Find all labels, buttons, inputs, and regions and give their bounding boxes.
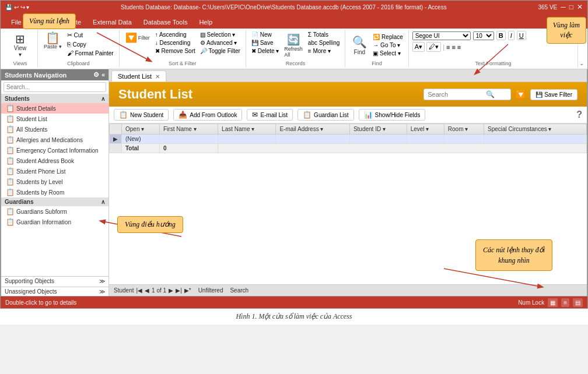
- save-button[interactable]: 💾 Save: [250, 39, 281, 47]
- nav-item-student-list[interactable]: 📋 Student List: [1, 114, 108, 124]
- nav-first-icon[interactable]: |◀: [136, 287, 142, 294]
- replace-button[interactable]: 🔁 Replace: [371, 33, 404, 41]
- cell-special[interactable]: [484, 135, 586, 144]
- underline-button[interactable]: U: [517, 31, 526, 40]
- new-student-button[interactable]: 📋 New Student: [114, 109, 169, 121]
- advanced-button[interactable]: ⚙ Advanced ▾: [198, 39, 242, 47]
- font-family-select[interactable]: Segoe UI: [412, 31, 471, 40]
- col-level[interactable]: Level ▾: [407, 124, 444, 135]
- minimize-icon[interactable]: ─: [561, 3, 566, 11]
- delete-button[interactable]: ✖ Delete ▾: [250, 47, 281, 55]
- col-open[interactable]: Open ▾: [122, 124, 160, 135]
- new-record-button[interactable]: 📄 New: [250, 31, 281, 38]
- maximize-icon[interactable]: □: [569, 3, 573, 11]
- selection-button[interactable]: ▨ Selection ▾: [198, 31, 242, 38]
- nav-item-student-details[interactable]: 📋 Student Details: [1, 103, 108, 114]
- nav-search-input[interactable]: [4, 82, 106, 92]
- col-last-name[interactable]: Last Name ▾: [218, 124, 276, 135]
- unassigned-objects-section[interactable]: Unassigned Objects ≫: [1, 287, 108, 296]
- nav-prev-icon[interactable]: ◀: [145, 287, 149, 294]
- nav-item-by-level[interactable]: 📋 Students by Level: [1, 177, 108, 187]
- nav-item-by-room[interactable]: 📋 Students by Room: [1, 187, 108, 197]
- add-from-outlook-button[interactable]: 📥 Add From Outlook: [173, 109, 242, 121]
- align-center-button[interactable]: ≡: [452, 44, 455, 51]
- tab-home[interactable]: Home: [27, 16, 56, 29]
- nav-next-icon[interactable]: ▶: [169, 287, 173, 294]
- format-painter-button[interactable]: 🖌 Format Painter: [65, 49, 116, 57]
- toggle-filter-button[interactable]: 🔎 Toggle Filter: [198, 47, 242, 55]
- nav-item-address-book[interactable]: 📋 Student Address Book: [1, 156, 108, 166]
- ascending-button[interactable]: ↑ Ascending: [153, 31, 197, 38]
- descending-button[interactable]: ↓ Descending: [153, 39, 197, 47]
- students-section-header[interactable]: Students ∧: [1, 94, 108, 103]
- email-list-button[interactable]: ✉ E-mail List: [247, 109, 293, 121]
- nav-item-guardian-info[interactable]: 📋 Guardian Information: [1, 217, 108, 227]
- app-status-text: Double-click to go to details: [5, 299, 76, 306]
- ribbon-collapse-icon[interactable]: ⌃: [574, 16, 583, 29]
- records-group-label: Records: [286, 59, 306, 66]
- view-datasheet-icon[interactable]: ▦: [548, 298, 558, 307]
- view-button[interactable]: ⊞ View ▾: [10, 32, 31, 59]
- ribbon-expand-icon[interactable]: ⌄: [578, 30, 585, 68]
- supporting-objects-section[interactable]: Supporting Objects ≫: [1, 276, 108, 285]
- tab-external-data[interactable]: External Data: [87, 16, 138, 29]
- find-button[interactable]: 🔍 Find: [349, 34, 370, 57]
- tab-file[interactable]: File: [5, 16, 27, 29]
- more-button[interactable]: ≡ More ▾: [306, 47, 341, 55]
- cell-email[interactable]: [276, 135, 349, 144]
- nav-item-phone-list[interactable]: 📋 Student Phone List: [1, 166, 108, 177]
- nav-last-icon[interactable]: ▶|: [176, 287, 182, 294]
- goto-button[interactable]: → Go To ▾: [371, 41, 404, 49]
- cell-room[interactable]: [444, 135, 484, 144]
- font-size-select[interactable]: 10: [473, 31, 494, 40]
- guardian-list-button[interactable]: 📋 Guardian List: [298, 109, 354, 121]
- header-search-input[interactable]: [428, 91, 486, 98]
- italic-button[interactable]: I: [508, 31, 514, 40]
- remove-sort-button[interactable]: ✖ Remove Sort: [153, 47, 197, 55]
- tab-database-tools[interactable]: Database Tools: [138, 16, 194, 29]
- help-icon[interactable]: ?: [576, 110, 582, 120]
- spelling-button[interactable]: abc Spelling: [306, 39, 341, 47]
- totals-button[interactable]: Σ Totals: [306, 31, 341, 38]
- nav-collapse-icon[interactable]: «: [102, 71, 105, 79]
- col-student-id[interactable]: Student ID ▾: [349, 124, 407, 135]
- view-list-icon[interactable]: ≡: [561, 298, 569, 307]
- align-right-button[interactable]: ≡: [457, 44, 461, 51]
- guardians-section-header[interactable]: Guardians ∧: [1, 197, 108, 206]
- col-special[interactable]: Special Circumstances ▾: [484, 124, 586, 135]
- filter-icon[interactable]: 🔽: [516, 90, 526, 99]
- align-left-button[interactable]: ≡: [446, 44, 450, 51]
- cell-last-name[interactable]: [218, 135, 276, 144]
- font-color-button[interactable]: A▾: [412, 42, 425, 52]
- nav-item-emergency[interactable]: 📋 Emergency Contact Information: [1, 145, 108, 156]
- save-filter-button[interactable]: 💾 Save Filter: [530, 89, 578, 100]
- cell-level[interactable]: [407, 135, 444, 144]
- filter-button[interactable]: 🔽 Filter: [123, 31, 152, 44]
- cut-button[interactable]: ✂ Cut: [65, 31, 116, 40]
- select-button[interactable]: ▣ Select ▾: [371, 50, 404, 57]
- nav-item-allergies[interactable]: 📋 Allergies and Medications: [1, 135, 108, 145]
- copy-button[interactable]: ⎘ Copy: [65, 40, 116, 48]
- tab-close-button[interactable]: ✕: [155, 73, 160, 80]
- col-room[interactable]: Room ▾: [444, 124, 484, 135]
- col-first-name[interactable]: First Name ▾: [160, 124, 218, 135]
- refresh-all-button[interactable]: 🔄 RefreshAll: [282, 32, 305, 59]
- nav-settings-icon[interactable]: ⚙: [93, 71, 99, 79]
- ribbon: ⊞ View ▾ Views 📋 Paste ▾ ✂ Cut ⎘ Copy 🖌 …: [1, 29, 587, 69]
- col-email[interactable]: E-mail Address ▾: [276, 124, 349, 135]
- nav-item-guardians-subform[interactable]: 📋 Guardians Subform: [1, 206, 108, 217]
- student-list-tab[interactable]: Student List ✕: [111, 70, 166, 82]
- close-icon[interactable]: ✕: [577, 3, 583, 11]
- nav-new-icon[interactable]: ▶*: [184, 287, 191, 294]
- cell-first-name[interactable]: [160, 135, 218, 144]
- paste-button[interactable]: 📋 Paste ▾: [41, 31, 64, 51]
- cell-student-id[interactable]: [349, 135, 407, 144]
- nav-item-all-students[interactable]: 📋 All Students: [1, 124, 108, 135]
- cell-open[interactable]: (New): [122, 135, 160, 144]
- show-hide-fields-button[interactable]: 📊 Show/Hide Fields: [359, 109, 426, 121]
- tab-create[interactable]: Create: [56, 16, 87, 29]
- highlight-button[interactable]: 🖊▾: [426, 42, 441, 52]
- tab-help[interactable]: Help: [193, 16, 218, 29]
- view-pivot-icon[interactable]: ▤: [573, 298, 583, 307]
- bold-button[interactable]: B: [496, 31, 506, 40]
